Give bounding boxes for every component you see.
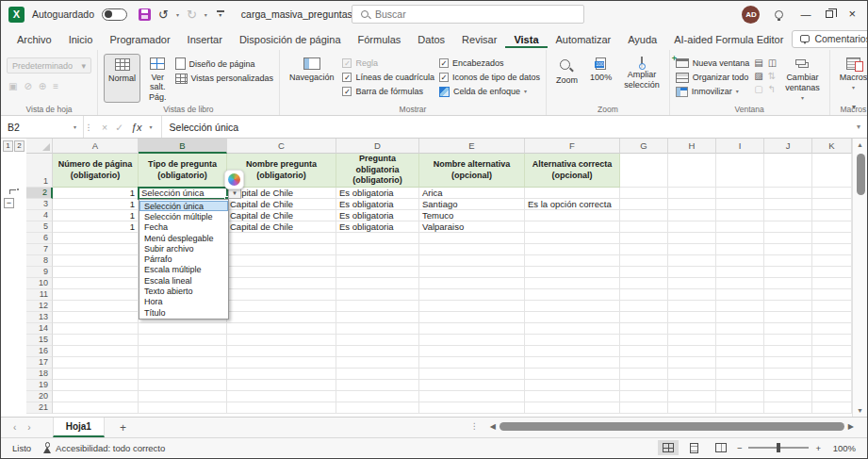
cell-D11[interactable]	[336, 289, 419, 301]
cell-H4[interactable]	[668, 210, 716, 221]
cell-C16[interactable]	[227, 346, 336, 357]
row-header-16[interactable]: 16	[26, 346, 53, 357]
cell-A15[interactable]	[53, 335, 139, 346]
cell-H21[interactable]	[668, 402, 716, 414]
page-layout-button[interactable]: Diseño de página	[175, 57, 273, 70]
cell-C4[interactable]: Capital de Chile	[227, 210, 336, 221]
cell-D14[interactable]	[336, 323, 419, 335]
cell-D2[interactable]: Es obligatoria	[336, 188, 419, 199]
dropdown-item-8[interactable]: Escala lineal	[139, 275, 228, 286]
cell-E5[interactable]: Valparaiso	[419, 221, 525, 233]
cell-H17[interactable]	[668, 357, 716, 369]
cell-A5[interactable]: 1	[53, 221, 139, 233]
cell-E17[interactable]	[419, 357, 525, 369]
row-header-15[interactable]: 15	[26, 335, 53, 346]
cell-J15[interactable]	[764, 335, 812, 346]
cell-I6[interactable]	[716, 233, 764, 244]
next-sheet-icon[interactable]: ›	[23, 422, 35, 433]
cell-E6[interactable]	[419, 233, 525, 244]
save-icon[interactable]	[139, 8, 151, 21]
accessibility-status[interactable]: Accesibilidad: todo correcto	[42, 442, 165, 453]
zoom-100-button[interactable]: 100%	[586, 54, 615, 103]
name-box[interactable]: B2 ▾	[1, 116, 84, 138]
cell-K13[interactable]	[812, 312, 852, 323]
cell-I2[interactable]	[716, 188, 764, 199]
cell-A3[interactable]: 1	[53, 199, 139, 210]
cell-K18[interactable]	[812, 369, 852, 380]
arrange-all-button[interactable]: Organizar todo	[676, 72, 750, 83]
cell-A17[interactable]	[53, 357, 139, 369]
tab-archivo[interactable]: Archivo	[8, 30, 60, 48]
search-input[interactable]: Buscar	[352, 5, 584, 24]
row-header-19[interactable]: 19	[26, 380, 53, 391]
cell-G10[interactable]	[620, 278, 668, 289]
cell-G14[interactable]	[620, 323, 668, 335]
cell-E21[interactable]	[419, 402, 525, 414]
cell-G1[interactable]	[620, 154, 668, 188]
cell-B2[interactable]: Selección única	[139, 188, 227, 199]
new-window-button[interactable]: Nueva ventana	[676, 57, 750, 69]
cell-K7[interactable]	[812, 244, 852, 255]
cell-G6[interactable]	[620, 233, 668, 244]
cell-G4[interactable]	[620, 210, 668, 221]
dropdown-item-3[interactable]: Fecha	[139, 222, 228, 233]
cell-D3[interactable]: Es obligatoria	[336, 199, 419, 210]
cell-C9[interactable]	[227, 267, 336, 278]
cell-C12[interactable]	[227, 301, 336, 312]
cell-C18[interactable]	[227, 369, 336, 380]
split-icon[interactable]: ▤	[754, 57, 762, 68]
sheet-view-options-icon[interactable]: ≡	[53, 81, 58, 91]
cell-A11[interactable]	[53, 289, 139, 301]
cell-K19[interactable]	[812, 380, 852, 391]
cell-B14[interactable]	[139, 323, 227, 335]
scroll-down-icon[interactable]: ▼	[853, 407, 867, 414]
tab-disposicion[interactable]: Disposición de página	[231, 30, 350, 48]
cell-J19[interactable]	[764, 380, 812, 391]
row-header-2[interactable]: 2	[26, 188, 53, 199]
cell-G19[interactable]	[620, 380, 668, 391]
cell-A4[interactable]: 1	[53, 210, 139, 221]
row-header-13[interactable]: 13	[26, 312, 53, 323]
new-sheet-view-icon[interactable]: ⊕	[39, 81, 46, 91]
cell-A12[interactable]	[53, 301, 139, 312]
column-header-H[interactable]: H	[668, 139, 716, 154]
cell-A16[interactable]	[53, 346, 139, 357]
cell-C5[interactable]: Capital de Chile	[227, 221, 336, 233]
normal-view-button[interactable]: Normal	[104, 54, 140, 103]
tab-ai-formula-editor[interactable]: AI-aided Formula Editor	[665, 30, 792, 48]
column-header-D[interactable]: D	[336, 139, 419, 154]
cell-K9[interactable]	[812, 267, 852, 278]
column-header-A[interactable]: A	[53, 139, 139, 154]
cell-F21[interactable]	[525, 402, 620, 414]
chevron-down-icon[interactable]: ▾	[524, 86, 527, 97]
cell-G11[interactable]	[620, 289, 668, 301]
cell-F19[interactable]	[525, 380, 620, 391]
checkbox-checked-icon[interactable]: ✓	[439, 73, 449, 82]
cell-J11[interactable]	[764, 289, 812, 301]
custom-views-button[interactable]: Vistas personalizadas	[175, 73, 273, 84]
cell-B18[interactable]	[139, 369, 227, 380]
cell-B16[interactable]	[139, 346, 227, 357]
cell-K16[interactable]	[812, 346, 852, 357]
cell-G13[interactable]	[620, 312, 668, 323]
horizontal-scroll-thumb[interactable]	[500, 422, 844, 431]
cell-D9[interactable]	[336, 267, 419, 278]
cell-B17[interactable]	[139, 357, 227, 369]
dropdown-item-4[interactable]: Menú desplegable	[139, 233, 228, 243]
cell-A13[interactable]	[53, 312, 139, 323]
cell-B19[interactable]	[139, 380, 227, 391]
cell-J16[interactable]	[764, 346, 812, 357]
cell-K17[interactable]	[812, 357, 852, 369]
cell-H11[interactable]	[668, 289, 716, 301]
headings-checkbox[interactable]: ✓ Encabezados	[439, 57, 540, 69]
cell-C21[interactable]	[227, 402, 336, 414]
cell-J18[interactable]	[764, 369, 812, 380]
cell-F10[interactable]	[525, 278, 620, 289]
zoom-slider-thumb[interactable]	[777, 443, 779, 452]
cell-F17[interactable]	[525, 357, 620, 369]
keep-sheet-view-icon[interactable]: ▣	[8, 81, 17, 91]
sheet-view-select[interactable]: Predeterminado ▾	[7, 57, 91, 74]
cell-A21[interactable]	[53, 402, 139, 414]
row-header-12[interactable]: 12	[26, 301, 53, 312]
cell-E12[interactable]	[419, 301, 525, 312]
